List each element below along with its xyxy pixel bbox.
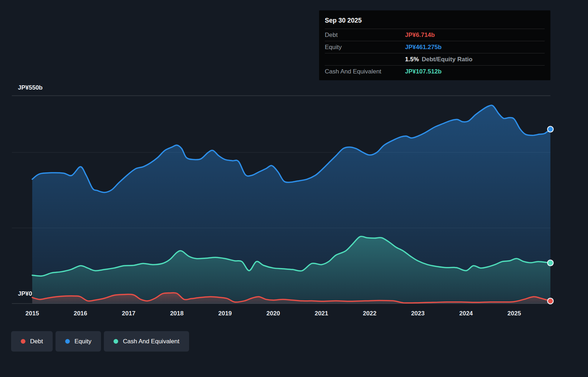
equity-end-marker — [548, 127, 553, 132]
tooltip-debt-label: Debt — [325, 32, 405, 39]
legend-item-cash[interactable]: Cash And Equivalent — [104, 331, 189, 352]
x-axis-label-2022: 2022 — [363, 310, 376, 317]
legend-equity-label: Equity — [74, 338, 91, 345]
tooltip-ratio: 1.5%Debt/Equity Ratio — [405, 56, 472, 63]
y-axis-zero-label: JP¥0 — [18, 290, 32, 297]
x-axis-label-2021: 2021 — [315, 310, 328, 317]
tooltip-equity-value: JP¥461.275b — [405, 44, 442, 51]
x-axis-label-2018: 2018 — [170, 310, 184, 317]
x-axis-label-2016: 2016 — [74, 310, 87, 317]
x-axis-label-2017: 2017 — [122, 310, 135, 317]
debt-dot-icon — [21, 339, 25, 344]
x-axis-label-2023: 2023 — [411, 310, 425, 317]
debt-end-marker — [548, 298, 553, 304]
chart-legend: Debt Equity Cash And Equivalent — [11, 331, 189, 352]
tooltip-equity-label: Equity — [325, 44, 405, 51]
tooltip-date: Sep 30 2025 — [325, 14, 545, 29]
tooltip-row-ratio: 1.5%Debt/Equity Ratio — [325, 53, 545, 65]
chart-tooltip: Sep 30 2025 Debt JP¥6.714b Equity JP¥461… — [319, 10, 550, 80]
tooltip-row-equity: Equity JP¥461.275b — [325, 41, 545, 53]
tooltip-row-debt: Debt JP¥6.714b — [325, 29, 545, 41]
cash-dot-icon — [114, 339, 118, 344]
tooltip-ratio-value: 1.5% — [405, 56, 419, 63]
tooltip-cash-value: JP¥107.512b — [405, 68, 442, 75]
equity-dot-icon — [65, 339, 70, 344]
x-axis-label-2025: 2025 — [507, 310, 521, 317]
tooltip-ratio-label: Debt/Equity Ratio — [422, 56, 473, 63]
x-axis-label-2024: 2024 — [459, 310, 473, 317]
tooltip-row-cash: Cash And Equivalent JP¥107.512b — [325, 65, 545, 77]
x-axis-label-2015: 2015 — [25, 310, 39, 317]
legend-item-equity[interactable]: Equity — [56, 331, 101, 352]
cash-and-equivalent-end-marker — [548, 260, 553, 266]
legend-debt-label: Debt — [30, 338, 43, 345]
tooltip-cash-label: Cash And Equivalent — [325, 68, 405, 75]
tooltip-debt-value: JP¥6.714b — [405, 32, 435, 39]
x-axis-label-2020: 2020 — [266, 310, 280, 317]
x-axis-label-2019: 2019 — [218, 310, 232, 317]
debt-equity-chart-page: 2015201620172018201920202021202220232024… — [0, 0, 588, 377]
y-axis-max-label: JP¥550b — [18, 84, 43, 91]
legend-cash-label: Cash And Equivalent — [123, 338, 179, 345]
legend-item-debt[interactable]: Debt — [11, 331, 53, 352]
